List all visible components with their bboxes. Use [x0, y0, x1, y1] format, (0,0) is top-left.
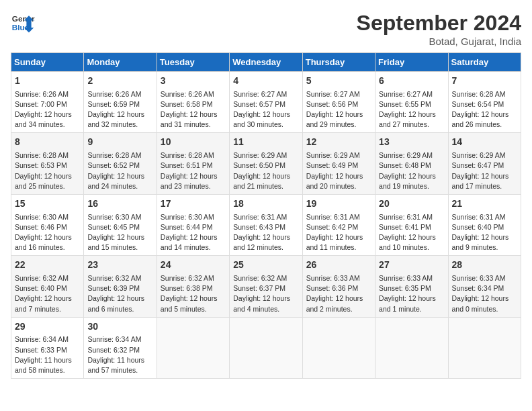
calendar-cell [375, 317, 448, 378]
logo: General Blue [11, 11, 35, 35]
day-info: Sunrise: 6:27 AM Sunset: 6:56 PM Dayligh… [306, 89, 371, 130]
day-info: Sunrise: 6:32 AM Sunset: 6:39 PM Dayligh… [87, 273, 152, 314]
day-info: Sunrise: 6:33 AM Sunset: 6:35 PM Dayligh… [379, 273, 444, 314]
day-number: 25 [233, 259, 298, 272]
calendar-cell: 17Sunrise: 6:30 AM Sunset: 6:44 PM Dayli… [157, 194, 229, 255]
day-info: Sunrise: 6:31 AM Sunset: 6:42 PM Dayligh… [306, 212, 371, 253]
day-info: Sunrise: 6:30 AM Sunset: 6:46 PM Dayligh… [15, 212, 80, 253]
calendar-cell: 5Sunrise: 6:27 AM Sunset: 6:56 PM Daylig… [302, 72, 375, 133]
day-info: Sunrise: 6:34 AM Sunset: 6:33 PM Dayligh… [15, 334, 80, 375]
calendar-cell: 29Sunrise: 6:34 AM Sunset: 6:33 PM Dayli… [11, 317, 84, 378]
day-info: Sunrise: 6:28 AM Sunset: 6:53 PM Dayligh… [15, 150, 80, 191]
day-number: 11 [233, 136, 298, 149]
calendar-cell: 8Sunrise: 6:28 AM Sunset: 6:53 PM Daylig… [11, 133, 84, 194]
day-number: 28 [452, 259, 517, 272]
day-number: 30 [87, 320, 152, 334]
month-title: September 2024 [357, 11, 521, 36]
calendar-cell: 30Sunrise: 6:34 AM Sunset: 6:32 PM Dayli… [84, 317, 157, 378]
calendar-cell: 12Sunrise: 6:29 AM Sunset: 6:49 PM Dayli… [302, 133, 375, 194]
page-header: General Blue September 2024 Botad, Gujar… [11, 11, 521, 47]
title-block: September 2024 Botad, Gujarat, India [357, 11, 521, 47]
day-info: Sunrise: 6:30 AM Sunset: 6:45 PM Dayligh… [87, 212, 152, 253]
day-number: 3 [161, 75, 226, 88]
calendar-cell: 20Sunrise: 6:31 AM Sunset: 6:41 PM Dayli… [375, 194, 448, 255]
day-number: 7 [452, 75, 517, 88]
day-info: Sunrise: 6:31 AM Sunset: 6:43 PM Dayligh… [233, 212, 298, 253]
day-info: Sunrise: 6:33 AM Sunset: 6:36 PM Dayligh… [306, 273, 371, 314]
logo-icon: General Blue [11, 11, 35, 35]
calendar-cell: 18Sunrise: 6:31 AM Sunset: 6:43 PM Dayli… [230, 194, 302, 255]
day-info: Sunrise: 6:28 AM Sunset: 6:54 PM Dayligh… [452, 89, 517, 130]
day-number: 19 [306, 197, 371, 211]
day-info: Sunrise: 6:32 AM Sunset: 6:37 PM Dayligh… [233, 273, 298, 314]
calendar-cell: 9Sunrise: 6:28 AM Sunset: 6:52 PM Daylig… [84, 133, 157, 194]
day-number: 22 [15, 259, 80, 272]
day-info: Sunrise: 6:28 AM Sunset: 6:51 PM Dayligh… [161, 150, 226, 191]
day-header-thursday: Thursday [302, 53, 375, 72]
day-header-tuesday: Tuesday [157, 53, 229, 72]
calendar-header-row: SundayMondayTuesdayWednesdayThursdayFrid… [11, 53, 521, 72]
day-number: 23 [87, 259, 152, 272]
day-number: 16 [87, 197, 152, 211]
day-info: Sunrise: 6:29 AM Sunset: 6:47 PM Dayligh… [452, 150, 517, 191]
calendar-week-row: 1Sunrise: 6:26 AM Sunset: 7:00 PM Daylig… [11, 72, 521, 133]
calendar-cell: 16Sunrise: 6:30 AM Sunset: 6:45 PM Dayli… [84, 194, 157, 255]
calendar-cell: 28Sunrise: 6:33 AM Sunset: 6:34 PM Dayli… [448, 256, 521, 317]
day-info: Sunrise: 6:32 AM Sunset: 6:40 PM Dayligh… [15, 273, 80, 314]
location-title: Botad, Gujarat, India [357, 36, 521, 47]
calendar-cell: 6Sunrise: 6:27 AM Sunset: 6:55 PM Daylig… [375, 72, 448, 133]
day-number: 15 [15, 197, 80, 211]
calendar-week-row: 29Sunrise: 6:34 AM Sunset: 6:33 PM Dayli… [11, 317, 521, 378]
day-number: 4 [233, 75, 298, 88]
calendar-cell: 22Sunrise: 6:32 AM Sunset: 6:40 PM Dayli… [11, 256, 84, 317]
day-number: 10 [161, 136, 226, 149]
day-info: Sunrise: 6:31 AM Sunset: 6:41 PM Dayligh… [379, 212, 444, 253]
calendar-cell: 19Sunrise: 6:31 AM Sunset: 6:42 PM Dayli… [302, 194, 375, 255]
day-info: Sunrise: 6:29 AM Sunset: 6:49 PM Dayligh… [306, 150, 371, 191]
day-number: 14 [452, 136, 517, 149]
calendar-cell: 26Sunrise: 6:33 AM Sunset: 6:36 PM Dayli… [302, 256, 375, 317]
day-number: 13 [379, 136, 444, 149]
calendar-cell: 21Sunrise: 6:31 AM Sunset: 6:40 PM Dayli… [448, 194, 521, 255]
calendar-cell: 3Sunrise: 6:26 AM Sunset: 6:58 PM Daylig… [157, 72, 229, 133]
day-info: Sunrise: 6:34 AM Sunset: 6:32 PM Dayligh… [87, 334, 152, 375]
day-header-saturday: Saturday [448, 53, 521, 72]
day-info: Sunrise: 6:29 AM Sunset: 6:50 PM Dayligh… [233, 150, 298, 191]
calendar-cell: 24Sunrise: 6:32 AM Sunset: 6:38 PM Dayli… [157, 256, 229, 317]
day-number: 24 [161, 259, 226, 272]
calendar-cell: 25Sunrise: 6:32 AM Sunset: 6:37 PM Dayli… [230, 256, 302, 317]
calendar-table: SundayMondayTuesdayWednesdayThursdayFrid… [11, 52, 521, 379]
calendar-cell: 1Sunrise: 6:26 AM Sunset: 7:00 PM Daylig… [11, 72, 84, 133]
calendar-cell: 7Sunrise: 6:28 AM Sunset: 6:54 PM Daylig… [448, 72, 521, 133]
day-header-sunday: Sunday [11, 53, 84, 72]
calendar-cell: 23Sunrise: 6:32 AM Sunset: 6:39 PM Dayli… [84, 256, 157, 317]
day-info: Sunrise: 6:30 AM Sunset: 6:44 PM Dayligh… [161, 212, 226, 253]
day-info: Sunrise: 6:33 AM Sunset: 6:34 PM Dayligh… [452, 273, 517, 314]
calendar-cell: 10Sunrise: 6:28 AM Sunset: 6:51 PM Dayli… [157, 133, 229, 194]
day-number: 17 [161, 197, 226, 211]
calendar-week-row: 8Sunrise: 6:28 AM Sunset: 6:53 PM Daylig… [11, 133, 521, 194]
calendar-cell: 13Sunrise: 6:29 AM Sunset: 6:48 PM Dayli… [375, 133, 448, 194]
calendar-cell: 15Sunrise: 6:30 AM Sunset: 6:46 PM Dayli… [11, 194, 84, 255]
day-number: 8 [15, 136, 80, 149]
calendar-cell: 4Sunrise: 6:27 AM Sunset: 6:57 PM Daylig… [230, 72, 302, 133]
day-number: 6 [379, 75, 444, 88]
calendar-cell [157, 317, 229, 378]
calendar-cell [448, 317, 521, 378]
calendar-cell: 11Sunrise: 6:29 AM Sunset: 6:50 PM Dayli… [230, 133, 302, 194]
day-info: Sunrise: 6:32 AM Sunset: 6:38 PM Dayligh… [161, 273, 226, 314]
day-number: 9 [87, 136, 152, 149]
day-number: 27 [379, 259, 444, 272]
calendar-cell: 27Sunrise: 6:33 AM Sunset: 6:35 PM Dayli… [375, 256, 448, 317]
day-info: Sunrise: 6:27 AM Sunset: 6:57 PM Dayligh… [233, 89, 298, 130]
day-number: 5 [306, 75, 371, 88]
day-header-friday: Friday [375, 53, 448, 72]
day-header-monday: Monday [84, 53, 157, 72]
calendar-week-row: 22Sunrise: 6:32 AM Sunset: 6:40 PM Dayli… [11, 256, 521, 317]
day-number: 12 [306, 136, 371, 149]
calendar-cell: 14Sunrise: 6:29 AM Sunset: 6:47 PM Dayli… [448, 133, 521, 194]
day-number: 29 [15, 320, 80, 334]
day-number: 21 [452, 197, 517, 211]
calendar-week-row: 15Sunrise: 6:30 AM Sunset: 6:46 PM Dayli… [11, 194, 521, 255]
day-number: 2 [87, 75, 152, 88]
